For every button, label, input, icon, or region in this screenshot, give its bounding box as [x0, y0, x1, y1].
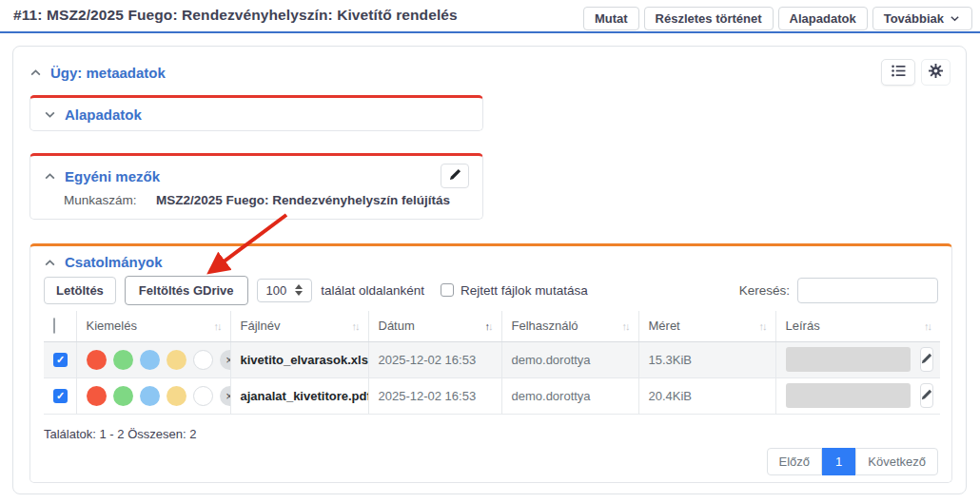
- highlight-clear-button[interactable]: ×: [220, 350, 231, 370]
- highlight-yellow-dot[interactable]: [167, 386, 186, 406]
- hidden-files-label: Rejtett fájlok mutatása: [461, 283, 588, 298]
- sort-icon[interactable]: ↑↓: [622, 320, 629, 332]
- page-size-value: 100: [266, 283, 287, 298]
- page-title: #11: MSZ2/2025 Fuego: Rendezvényhelyszín…: [13, 7, 458, 24]
- table-row: ✓ × ajanalat_kivetitore.pdf 2025-12-02 1…: [44, 377, 940, 414]
- meta-toolbar: [881, 59, 951, 86]
- pagination-prev-button[interactable]: Előző: [767, 448, 823, 475]
- top-bar: #11: MSZ2/2025 Fuego: Rendezvényhelyszín…: [0, 0, 980, 33]
- sort-icon[interactable]: ↑↓: [214, 320, 221, 332]
- basic-data-button[interactable]: Alapadatok: [778, 7, 868, 30]
- search-label: Keresés:: [739, 283, 790, 298]
- field-value: MSZ2/2025 Fuego: Rendezvényhelyszín felú…: [156, 193, 450, 207]
- user-cell: demo.dorottya: [501, 377, 638, 414]
- column-header-user[interactable]: Felhasználó↑↓: [501, 311, 638, 341]
- attachments-section: Csatolmányok Letöltés Feltöltés GDrive 1…: [29, 243, 952, 483]
- page-size-suffix-label: találat oldalanként: [321, 283, 424, 298]
- search-group: Keresés:: [739, 278, 938, 303]
- attachments-header: Csatolmányok: [44, 254, 938, 270]
- custom-fields-section-title[interactable]: Egyéni mezők: [65, 168, 160, 184]
- row-checkbox-checked[interactable]: ✓: [53, 389, 68, 403]
- sort-icon[interactable]: ↑↓: [352, 320, 359, 332]
- pencil-icon: [921, 389, 932, 403]
- pagination-page-1[interactable]: 1: [822, 448, 855, 475]
- header-actions: Mutat Részletes történet Alapadatok Tová…: [583, 7, 972, 30]
- basic-data-section: Alapadatok: [29, 95, 483, 131]
- column-header-size[interactable]: Méret↑↓: [638, 311, 775, 341]
- collapse-chevron-up-icon[interactable]: [44, 170, 55, 182]
- user-cell: demo.dorottya: [501, 341, 638, 377]
- more-dropdown-button[interactable]: Továbbiak: [872, 7, 972, 30]
- highlight-clear-button[interactable]: ×: [220, 386, 231, 406]
- highlight-yellow-dot[interactable]: [167, 350, 186, 370]
- case-metadata-card: Ügy: metaadatok Alapadatok Egyéni mezők …: [12, 46, 967, 494]
- settings-button[interactable]: [921, 59, 951, 86]
- meta-section-header: Ügy: metaadatok: [29, 58, 951, 87]
- edit-description-button[interactable]: [920, 383, 933, 408]
- edit-description-button[interactable]: [920, 347, 933, 372]
- row-checkbox-checked[interactable]: ✓: [53, 353, 68, 367]
- gear-icon: [929, 64, 943, 81]
- page-size-select[interactable]: 100: [257, 279, 313, 302]
- collapse-chevron-down-icon[interactable]: [44, 108, 55, 120]
- list-view-button[interactable]: [881, 59, 915, 86]
- attachments-toolbar: Letöltés Feltöltés GDrive 100 találat ol…: [44, 275, 938, 305]
- description-field[interactable]: [786, 383, 911, 408]
- custom-fields-header: Egyéni mezők: [44, 164, 469, 188]
- column-header-description[interactable]: Leírás↑↓: [775, 311, 940, 341]
- sort-icon-active[interactable]: ↑↓: [485, 320, 492, 332]
- results-summary: Találatok: 1 - 2 Összesen: 2: [44, 427, 938, 441]
- highlight-white-dot[interactable]: [193, 386, 213, 406]
- highlight-white-dot[interactable]: [193, 350, 213, 370]
- description-field[interactable]: [786, 347, 911, 372]
- download-button[interactable]: Letöltés: [44, 277, 116, 304]
- column-header-filename[interactable]: Fájlnév↑↓: [230, 311, 368, 341]
- size-cell: 15.3KiB: [638, 341, 775, 377]
- pencil-icon: [921, 353, 932, 367]
- table-header-row: Kiemelés↑↓ Fájlnév↑↓ Dátum↑↓ Felhasználó…: [44, 311, 940, 341]
- custom-field-row: Munkaszám: MSZ2/2025 Fuego: Rendezvényhe…: [64, 193, 469, 207]
- highlight-dots: ×: [87, 350, 221, 370]
- edit-custom-fields-button[interactable]: [441, 164, 469, 188]
- field-label: Munkaszám:: [64, 193, 156, 207]
- highlight-green-dot[interactable]: [113, 350, 133, 370]
- filename-cell[interactable]: ajanalat_kivetitore.pdf: [230, 377, 368, 414]
- sort-icon[interactable]: ↑↓: [759, 320, 766, 332]
- highlight-blue-dot[interactable]: [140, 350, 160, 370]
- highlight-red-dot[interactable]: [87, 386, 107, 406]
- hidden-files-toggle[interactable]: Rejtett fájlok mutatása: [441, 283, 588, 298]
- table-row: ✓ × kivetito_elvarasok.xlsx 2025-12-02 1…: [44, 341, 940, 377]
- highlight-green-dot[interactable]: [113, 386, 133, 406]
- attachments-section-title[interactable]: Csatolmányok: [65, 254, 163, 270]
- description-cell: [775, 341, 940, 377]
- attachments-table: Kiemelés↑↓ Fájlnév↑↓ Dátum↑↓ Felhasználó…: [44, 311, 940, 415]
- collapse-chevron-up-icon[interactable]: [29, 67, 41, 78]
- date-cell: 2025-12-02 16:53: [368, 341, 501, 377]
- list-icon: [892, 65, 906, 80]
- highlight-blue-dot[interactable]: [140, 386, 160, 406]
- meta-section-title[interactable]: Ügy: metaadatok: [50, 65, 166, 81]
- collapse-chevron-up-icon[interactable]: [44, 257, 55, 268]
- chevron-down-icon: [950, 13, 961, 25]
- description-cell: [775, 377, 940, 414]
- select-all-checkbox[interactable]: [53, 318, 55, 334]
- column-header-highlight[interactable]: Kiemelés↑↓: [76, 311, 230, 341]
- pencil-icon: [449, 168, 461, 184]
- date-cell: 2025-12-02 16:53: [368, 377, 501, 414]
- sort-icon[interactable]: ↑↓: [924, 320, 931, 332]
- basic-data-section-title[interactable]: Alapadatok: [65, 106, 142, 123]
- custom-fields-section: Egyéni mezők Munkaszám: MSZ2/2025 Fuego:…: [29, 153, 483, 220]
- upload-gdrive-button[interactable]: Feltöltés GDrive: [125, 276, 248, 305]
- size-cell: 20.4KiB: [638, 377, 775, 414]
- filename-cell[interactable]: kivetito_elvarasok.xlsx: [230, 341, 368, 377]
- highlight-red-dot[interactable]: [87, 350, 107, 370]
- search-input[interactable]: [797, 278, 938, 303]
- hidden-files-checkbox[interactable]: [441, 283, 454, 297]
- show-button[interactable]: Mutat: [583, 7, 639, 30]
- pagination-next-button[interactable]: Következő: [855, 448, 938, 475]
- column-header-date[interactable]: Dátum↑↓: [368, 311, 501, 341]
- pagination: Előző 1 Következő: [44, 448, 938, 475]
- stepper-arrows-icon: [295, 284, 303, 296]
- highlight-dots: ×: [87, 386, 221, 406]
- detailed-history-button[interactable]: Részletes történet: [644, 7, 774, 30]
